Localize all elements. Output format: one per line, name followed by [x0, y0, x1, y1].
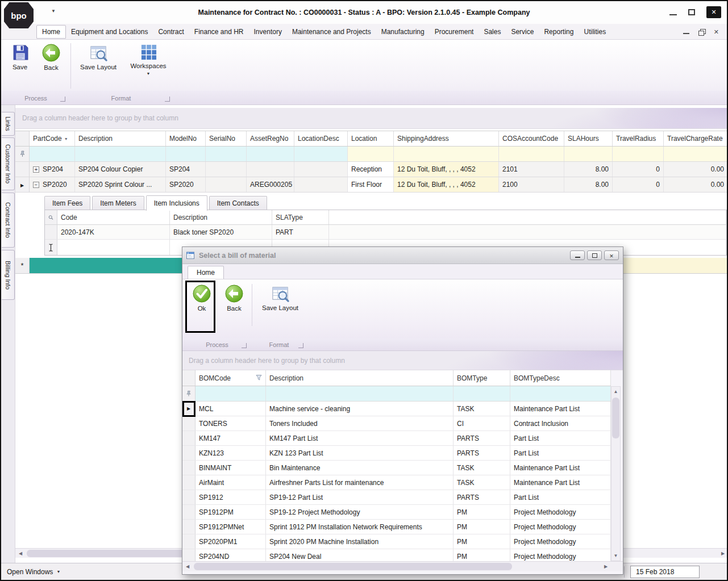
- column-header-locationdesc[interactable]: LocationDesc: [294, 131, 348, 146]
- sidebar-tab-links[interactable]: Links: [2, 112, 15, 136]
- filter-pin-icon[interactable]: [182, 386, 195, 401]
- scroll-up-icon[interactable]: [611, 387, 620, 396]
- bom-row[interactable]: SP1912PM SP19-12 Project Methodology PM …: [182, 505, 611, 520]
- column-header-assetregno[interactable]: AssetRegNo: [247, 131, 294, 146]
- scroll-left-icon[interactable]: [16, 549, 25, 558]
- filter-cell[interactable]: [664, 147, 728, 161]
- bom-row[interactable]: BINMAINT Bin Maintenance TASK Maintenanc…: [182, 461, 611, 475]
- filter-cell[interactable]: [247, 147, 294, 161]
- menu-tab-sales[interactable]: Sales: [479, 25, 506, 39]
- quick-access-dropdown-icon[interactable]: [51, 9, 56, 14]
- filter-pin-icon[interactable]: [15, 147, 30, 161]
- column-header-travelchargerate[interactable]: TravelChargeRate: [664, 131, 728, 146]
- column-header-description[interactable]: Description: [266, 370, 454, 386]
- menu-tab-manufacturing[interactable]: Manufacturing: [376, 25, 430, 39]
- sidebar-tab-billing-info[interactable]: Billing Info: [2, 250, 15, 300]
- mdi-restore-icon[interactable]: [698, 29, 705, 35]
- filter-cell[interactable]: [613, 147, 664, 161]
- sidebar-tab-contract-info[interactable]: Contract Info: [2, 193, 15, 248]
- bom-row[interactable]: KZN123 KZN 123 Part List PARTS Part List: [182, 446, 611, 461]
- save-button[interactable]: Save: [6, 43, 34, 70]
- bom-row[interactable]: SP2020PM1 Sprint 2020 PM Machine Install…: [182, 534, 611, 549]
- maximize-icon[interactable]: [688, 9, 695, 15]
- menu-tab-reporting[interactable]: Reporting: [539, 25, 579, 39]
- bom-row[interactable]: SP204ND SP204 New Deal PM Project Method…: [182, 549, 611, 561]
- funnel-filter-icon[interactable]: [256, 374, 262, 382]
- column-header-modelno[interactable]: ModelNo: [166, 131, 206, 146]
- equipment-row-sp2020[interactable]: SP2020 SP2020 Sprint Colour ... SP2020 A…: [15, 177, 728, 193]
- menu-tab-finance-and-hr[interactable]: Finance and HR: [189, 25, 249, 39]
- tab-item-contacts[interactable]: Item Contacts: [209, 196, 267, 210]
- filter-cell[interactable]: [499, 147, 564, 161]
- expand-icon[interactable]: [33, 166, 39, 173]
- column-header-location[interactable]: Location: [348, 131, 394, 146]
- column-header-cosaccountcode[interactable]: COSAccountCode: [499, 131, 564, 146]
- filter-cell[interactable]: [75, 147, 166, 161]
- bom-row[interactable]: MCL Machine service - cleaning TASK Main…: [182, 402, 611, 416]
- column-header-bomtype[interactable]: BOMType: [454, 370, 510, 386]
- bom-row[interactable]: SP1912 SP19-12 Part List PARTS Part List: [182, 490, 611, 505]
- filter-dropdown-icon[interactable]: [64, 137, 68, 141]
- workspaces-button[interactable]: Workspaces: [125, 43, 172, 76]
- menu-tab-equipment-and-locations[interactable]: Equipment and Locations: [66, 25, 153, 39]
- filter-cell[interactable]: [30, 147, 75, 161]
- filter-cell[interactable]: [166, 147, 206, 161]
- date-field[interactable]: 15 Feb 2018: [630, 566, 700, 578]
- bom-row[interactable]: TONERS Toners Included CI Contract Inclu…: [182, 416, 611, 431]
- menu-tab-inventory[interactable]: Inventory: [249, 25, 287, 39]
- scrollbar-thumb[interactable]: [612, 398, 619, 438]
- column-header-bomtypedesc[interactable]: BOMTypeDesc: [510, 370, 611, 386]
- column-header-description[interactable]: Description: [170, 210, 272, 224]
- open-windows-dropdown-icon[interactable]: [56, 570, 60, 574]
- column-header-bomcode[interactable]: BOMCode: [195, 370, 266, 386]
- dialog-close-icon[interactable]: [604, 250, 619, 260]
- tab-item-meters[interactable]: Item Meters: [92, 196, 144, 210]
- column-header-slatype[interactable]: SLAType: [272, 210, 329, 224]
- filter-cell[interactable]: [206, 147, 247, 161]
- column-header-description[interactable]: Description: [75, 131, 166, 146]
- edit-cell[interactable]: [57, 240, 170, 255]
- dialog-maximize-icon[interactable]: [587, 250, 602, 260]
- scrollbar-thumb[interactable]: [194, 563, 512, 570]
- menu-tab-contract[interactable]: Contract: [153, 25, 189, 39]
- menu-tab-service[interactable]: Service: [506, 25, 539, 39]
- sidebar-tab-customer-info[interactable]: Customer Info: [2, 137, 15, 190]
- mdi-minimize-icon[interactable]: [683, 33, 689, 34]
- tab-item-fees[interactable]: Item Fees: [44, 196, 90, 210]
- bom-row[interactable]: SP1912PMNet Sprint 1912 PM Installation …: [182, 520, 611, 534]
- column-header-code[interactable]: Code: [57, 210, 170, 224]
- scroll-down-icon[interactable]: [611, 551, 620, 560]
- bom-row[interactable]: KM147 KM147 Part List PARTS Part List: [182, 431, 611, 446]
- filter-cell[interactable]: [454, 386, 510, 401]
- process-group-launcher-icon[interactable]: [242, 343, 247, 348]
- format-group-launcher-icon[interactable]: [298, 343, 303, 348]
- column-header-serialno[interactable]: SerialNo: [206, 131, 247, 146]
- mdi-close-icon[interactable]: [714, 28, 719, 36]
- tab-item-inclusions[interactable]: Item Inclusions: [146, 195, 207, 211]
- filter-cell[interactable]: [510, 386, 611, 401]
- equipment-row-sp204[interactable]: SP204 SP204 Colour Copier SP204 Receptio…: [15, 162, 728, 177]
- filter-cell[interactable]: [564, 147, 613, 161]
- dialog-minimize-icon[interactable]: [570, 250, 585, 260]
- minimize-icon[interactable]: [669, 14, 677, 15]
- column-header-partcode[interactable]: PartCode: [30, 131, 75, 146]
- ok-button[interactable]: Ok: [189, 284, 214, 312]
- filter-cell[interactable]: [348, 147, 394, 161]
- menu-tab-maintenance-and-projects[interactable]: Maintenance and Projects: [287, 25, 376, 39]
- dialog-horizontal-scrollbar[interactable]: [182, 561, 623, 571]
- filter-cell[interactable]: [266, 386, 454, 401]
- column-header-shippingaddress[interactable]: ShippingAddress: [394, 131, 499, 146]
- workspaces-dropdown-icon[interactable]: [147, 72, 151, 76]
- format-group-launcher-icon[interactable]: [165, 97, 170, 102]
- collapse-icon[interactable]: [33, 182, 39, 188]
- back-button[interactable]: Back: [36, 43, 66, 71]
- column-header-travelradius[interactable]: TravelRadius: [613, 131, 664, 146]
- search-icon[interactable]: [45, 210, 57, 224]
- filter-cell[interactable]: [195, 386, 266, 401]
- menu-tab-utilities[interactable]: Utilities: [579, 25, 611, 39]
- dialog-tab-home[interactable]: Home: [188, 266, 224, 279]
- scroll-right-icon[interactable]: [718, 549, 727, 558]
- filter-cell[interactable]: [394, 147, 499, 161]
- scroll-right-icon[interactable]: [601, 562, 610, 571]
- dialog-back-button[interactable]: Back: [220, 284, 248, 312]
